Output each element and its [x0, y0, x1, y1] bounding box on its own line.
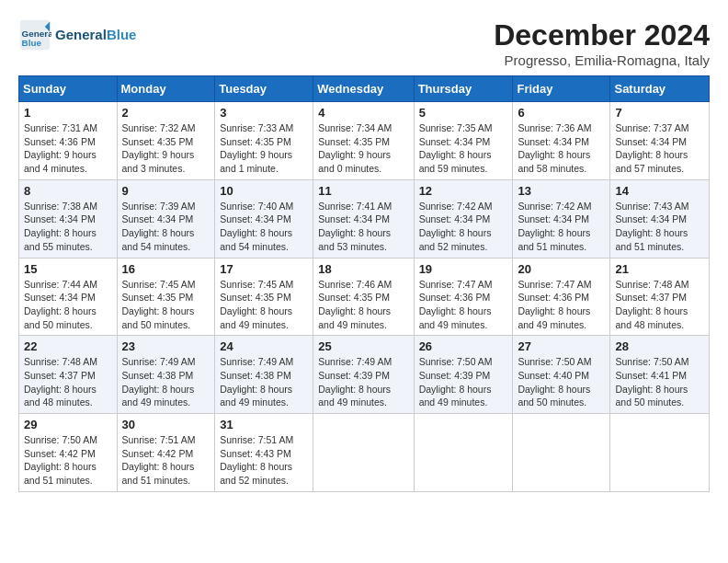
day-info: Sunrise: 7:39 AM Sunset: 4:34 PM Dayligh…	[122, 200, 210, 254]
calendar-day-cell: 5Sunrise: 7:35 AM Sunset: 4:34 PM Daylig…	[414, 102, 513, 180]
calendar-day-cell: 15Sunrise: 7:44 AM Sunset: 4:34 PM Dayli…	[19, 258, 118, 336]
calendar-day-cell: 3Sunrise: 7:33 AM Sunset: 4:35 PM Daylig…	[215, 102, 313, 180]
day-info: Sunrise: 7:31 AM Sunset: 4:36 PM Dayligh…	[24, 121, 112, 176]
weekday-header: Monday	[117, 76, 215, 102]
day-info: Sunrise: 7:38 AM Sunset: 4:34 PM Dayligh…	[24, 200, 112, 254]
day-info: Sunrise: 7:50 AM Sunset: 4:42 PM Dayligh…	[24, 433, 112, 488]
day-info: Sunrise: 7:50 AM Sunset: 4:39 PM Dayligh…	[419, 355, 508, 409]
day-number: 18	[318, 262, 408, 276]
calendar-day-cell: 21Sunrise: 7:48 AM Sunset: 4:37 PM Dayli…	[610, 258, 710, 336]
weekday-header: Saturday	[610, 76, 710, 102]
day-number: 10	[220, 184, 308, 198]
svg-text:Blue: Blue	[22, 38, 42, 48]
day-number: 6	[518, 106, 605, 120]
calendar-day-cell: 9Sunrise: 7:39 AM Sunset: 4:34 PM Daylig…	[117, 179, 215, 258]
calendar-day-cell	[414, 414, 513, 492]
day-number: 4	[318, 106, 408, 120]
day-info: Sunrise: 7:41 AM Sunset: 4:34 PM Dayligh…	[318, 200, 408, 254]
day-info: Sunrise: 7:48 AM Sunset: 4:37 PM Dayligh…	[24, 355, 112, 409]
day-info: Sunrise: 7:49 AM Sunset: 4:39 PM Dayligh…	[318, 355, 408, 409]
logo: General Blue GeneralBlue	[18, 18, 136, 52]
calendar-week-row: 1Sunrise: 7:31 AM Sunset: 4:36 PM Daylig…	[19, 102, 710, 180]
calendar-day-cell: 13Sunrise: 7:42 AM Sunset: 4:34 PM Dayli…	[513, 179, 610, 258]
day-number: 20	[518, 262, 605, 276]
day-info: Sunrise: 7:51 AM Sunset: 4:42 PM Dayligh…	[122, 433, 210, 488]
day-number: 22	[24, 339, 112, 353]
day-number: 8	[24, 184, 112, 198]
calendar-week-row: 22Sunrise: 7:48 AM Sunset: 4:37 PM Dayli…	[19, 336, 710, 414]
day-info: Sunrise: 7:47 AM Sunset: 4:36 PM Dayligh…	[419, 278, 508, 332]
day-info: Sunrise: 7:51 AM Sunset: 4:43 PM Dayligh…	[220, 433, 308, 488]
calendar-day-cell: 17Sunrise: 7:45 AM Sunset: 4:35 PM Dayli…	[215, 258, 313, 336]
day-number: 24	[220, 339, 308, 353]
calendar-day-cell: 28Sunrise: 7:50 AM Sunset: 4:41 PM Dayli…	[610, 336, 710, 414]
day-info: Sunrise: 7:45 AM Sunset: 4:35 PM Dayligh…	[220, 278, 308, 332]
day-number: 9	[122, 184, 210, 198]
calendar-day-cell: 8Sunrise: 7:38 AM Sunset: 4:34 PM Daylig…	[19, 179, 118, 258]
calendar-week-row: 8Sunrise: 7:38 AM Sunset: 4:34 PM Daylig…	[19, 179, 710, 258]
weekday-header: Thursday	[414, 76, 513, 102]
calendar-header-row: SundayMondayTuesdayWednesdayThursdayFrid…	[19, 76, 710, 102]
day-info: Sunrise: 7:36 AM Sunset: 4:34 PM Dayligh…	[518, 121, 605, 176]
calendar-day-cell	[610, 414, 710, 492]
day-number: 14	[615, 184, 704, 198]
day-number: 30	[122, 418, 210, 431]
day-number: 21	[615, 262, 704, 276]
calendar-day-cell: 22Sunrise: 7:48 AM Sunset: 4:37 PM Dayli…	[19, 336, 118, 414]
day-number: 13	[518, 184, 605, 198]
calendar-day-cell: 29Sunrise: 7:50 AM Sunset: 4:42 PM Dayli…	[19, 414, 118, 492]
day-number: 3	[220, 106, 308, 120]
day-info: Sunrise: 7:37 AM Sunset: 4:34 PM Dayligh…	[615, 121, 704, 176]
day-info: Sunrise: 7:35 AM Sunset: 4:34 PM Dayligh…	[419, 121, 508, 176]
day-number: 25	[318, 339, 408, 353]
calendar-day-cell: 16Sunrise: 7:45 AM Sunset: 4:35 PM Dayli…	[117, 258, 215, 336]
calendar-day-cell: 20Sunrise: 7:47 AM Sunset: 4:36 PM Dayli…	[513, 258, 610, 336]
calendar-day-cell: 18Sunrise: 7:46 AM Sunset: 4:35 PM Dayli…	[313, 258, 414, 336]
calendar-day-cell: 31Sunrise: 7:51 AM Sunset: 4:43 PM Dayli…	[215, 414, 313, 492]
logo-icon: General Blue	[18, 18, 51, 52]
weekday-header: Wednesday	[313, 76, 414, 102]
calendar-day-cell: 30Sunrise: 7:51 AM Sunset: 4:42 PM Dayli…	[117, 414, 215, 492]
calendar-day-cell	[313, 414, 414, 492]
day-info: Sunrise: 7:40 AM Sunset: 4:34 PM Dayligh…	[220, 200, 308, 254]
day-number: 23	[122, 339, 210, 353]
weekday-header: Tuesday	[215, 76, 313, 102]
day-info: Sunrise: 7:49 AM Sunset: 4:38 PM Dayligh…	[122, 355, 210, 409]
day-info: Sunrise: 7:34 AM Sunset: 4:35 PM Dayligh…	[318, 121, 408, 176]
day-info: Sunrise: 7:42 AM Sunset: 4:34 PM Dayligh…	[419, 200, 508, 254]
calendar-day-cell: 14Sunrise: 7:43 AM Sunset: 4:34 PM Dayli…	[610, 179, 710, 258]
day-info: Sunrise: 7:50 AM Sunset: 4:41 PM Dayligh…	[615, 355, 704, 409]
calendar-week-row: 15Sunrise: 7:44 AM Sunset: 4:34 PM Dayli…	[19, 258, 710, 336]
day-info: Sunrise: 7:45 AM Sunset: 4:35 PM Dayligh…	[122, 278, 210, 332]
day-info: Sunrise: 7:44 AM Sunset: 4:34 PM Dayligh…	[24, 278, 112, 332]
calendar-day-cell: 1Sunrise: 7:31 AM Sunset: 4:36 PM Daylig…	[19, 102, 118, 180]
day-number: 27	[518, 339, 605, 353]
day-info: Sunrise: 7:47 AM Sunset: 4:36 PM Dayligh…	[518, 278, 605, 332]
day-info: Sunrise: 7:46 AM Sunset: 4:35 PM Dayligh…	[318, 278, 408, 332]
day-number: 17	[220, 262, 308, 276]
calendar-day-cell	[513, 414, 610, 492]
location-subtitle: Progresso, Emilia-Romagna, Italy	[494, 52, 710, 68]
calendar-day-cell: 19Sunrise: 7:47 AM Sunset: 4:36 PM Dayli…	[414, 258, 513, 336]
calendar-day-cell: 25Sunrise: 7:49 AM Sunset: 4:39 PM Dayli…	[313, 336, 414, 414]
day-number: 19	[419, 262, 508, 276]
day-number: 31	[220, 418, 308, 431]
day-info: Sunrise: 7:50 AM Sunset: 4:40 PM Dayligh…	[518, 355, 605, 409]
calendar-day-cell: 4Sunrise: 7:34 AM Sunset: 4:35 PM Daylig…	[313, 102, 414, 180]
title-block: December 2024 Progresso, Emilia-Romagna,…	[494, 18, 710, 68]
day-number: 28	[615, 339, 704, 353]
day-number: 7	[615, 106, 704, 120]
day-info: Sunrise: 7:32 AM Sunset: 4:35 PM Dayligh…	[122, 121, 210, 176]
calendar-day-cell: 10Sunrise: 7:40 AM Sunset: 4:34 PM Dayli…	[215, 179, 313, 258]
month-title: December 2024	[494, 18, 710, 52]
day-info: Sunrise: 7:33 AM Sunset: 4:35 PM Dayligh…	[220, 121, 308, 176]
calendar-day-cell: 12Sunrise: 7:42 AM Sunset: 4:34 PM Dayli…	[414, 179, 513, 258]
weekday-header: Sunday	[19, 76, 118, 102]
calendar-day-cell: 27Sunrise: 7:50 AM Sunset: 4:40 PM Dayli…	[513, 336, 610, 414]
day-number: 2	[122, 106, 210, 120]
page-header: General Blue GeneralBlue December 2024 P…	[18, 18, 710, 68]
calendar-day-cell: 24Sunrise: 7:49 AM Sunset: 4:38 PM Dayli…	[215, 336, 313, 414]
weekday-header: Friday	[513, 76, 610, 102]
calendar-day-cell: 2Sunrise: 7:32 AM Sunset: 4:35 PM Daylig…	[117, 102, 215, 180]
calendar-day-cell: 7Sunrise: 7:37 AM Sunset: 4:34 PM Daylig…	[610, 102, 710, 180]
